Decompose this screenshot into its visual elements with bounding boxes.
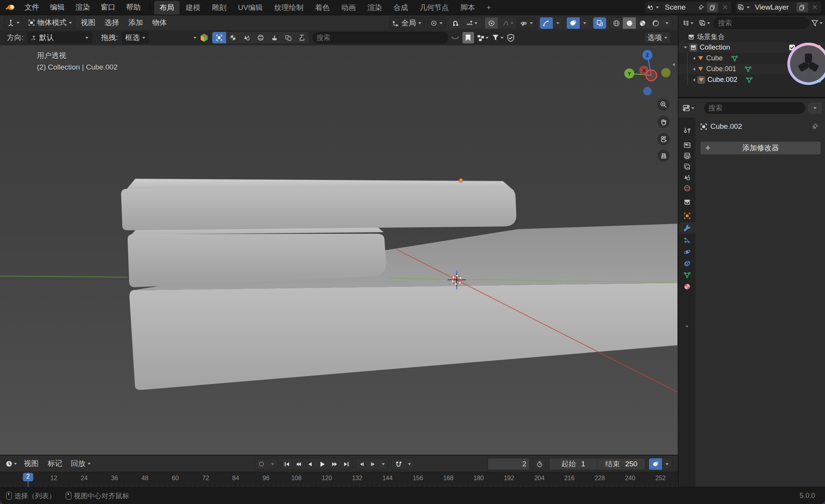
timeline-menu-playback[interactable]: 回放 [68, 458, 94, 469]
ortho-toggle-button[interactable] [657, 150, 670, 162]
filter-material-toggle[interactable] [226, 32, 240, 43]
outliner-search-input[interactable] [714, 17, 809, 29]
tabs-overflow-chevron[interactable] [679, 321, 695, 332]
properties-editor-type-button[interactable] [682, 102, 695, 114]
play-button[interactable] [316, 458, 329, 470]
add-modifier-button[interactable]: + 添加修改器 [700, 141, 821, 155]
filter-brush-toggle[interactable] [268, 32, 281, 43]
timeline-menu-marker[interactable]: 标记 [44, 459, 66, 469]
outliner-filter-dropdown[interactable] [811, 20, 823, 27]
filter-object-toggle[interactable] [212, 32, 226, 43]
snap-toggle[interactable] [449, 17, 462, 29]
viewlayer-delete-button[interactable]: ✕ [810, 3, 819, 12]
workspace-tab-rendering[interactable]: 渲染 [362, 1, 387, 15]
tab-render[interactable] [679, 139, 695, 151]
timeline-editor-type-button[interactable] [4, 458, 18, 469]
shelf-icon[interactable] [451, 33, 459, 42]
outliner-display-mode-button[interactable] [697, 17, 712, 29]
scene-collection-row[interactable]: 场景集合 [679, 32, 825, 42]
pan-view-button[interactable] [657, 116, 670, 128]
shading-material-button[interactable] [636, 17, 649, 29]
workspace-tab-animation[interactable]: 动画 [336, 1, 361, 15]
scene-new-button[interactable] [707, 2, 718, 12]
viewport-canvas[interactable]: 用户透视 (2) Collection | Cube.002 [0, 45, 678, 455]
timeline-menu-view[interactable]: 视图 [20, 459, 42, 469]
sidebar-expand-handle[interactable] [670, 58, 678, 71]
autokey-dropdown[interactable] [268, 458, 277, 470]
workspace-tab-layout[interactable]: 布局 [154, 1, 180, 15]
menu-file[interactable]: 文件 [19, 2, 45, 12]
axis-gizmo[interactable]: X Z Y [611, 45, 678, 99]
expand-chevron-icon[interactable] [693, 68, 695, 71]
overlays-dropdown[interactable] [580, 17, 590, 29]
play-reverse-button[interactable] [304, 458, 316, 470]
filter-dropdown[interactable] [492, 34, 504, 42]
tab-particles[interactable] [679, 235, 695, 246]
drag-mode-dropdown[interactable]: 框选 [122, 32, 149, 44]
gizmos-dropdown[interactable] [553, 17, 563, 29]
workspace-add-button[interactable]: + [481, 2, 496, 14]
expand-chevron-icon[interactable] [693, 78, 695, 82]
tab-material[interactable] [679, 281, 695, 292]
step-back-button[interactable] [356, 458, 367, 470]
zoom-view-button[interactable] [657, 98, 670, 111]
shield-check-icon[interactable] [507, 34, 515, 42]
shading-rendered-button[interactable] [649, 17, 662, 29]
menu-object[interactable]: 物体 [148, 18, 171, 28]
object-visibility-dropdown[interactable] [517, 17, 536, 29]
outliner-editor-type-button[interactable] [681, 17, 695, 29]
workspace-tab-shading[interactable]: 着色 [309, 1, 335, 15]
blender-logo-icon[interactable] [5, 3, 16, 12]
proportional-falloff-dropdown[interactable] [498, 17, 518, 29]
transform-orientation-dropdown[interactable]: 全局 [389, 17, 425, 29]
chevron-down-icon[interactable] [656, 7, 659, 8]
current-frame-field[interactable]: 2 [487, 458, 530, 470]
shading-solid-button[interactable] [623, 17, 636, 29]
pin-icon[interactable] [812, 123, 818, 130]
tab-object-data[interactable] [679, 269, 695, 281]
menu-window[interactable]: 窗口 [95, 2, 121, 12]
xray-toggle[interactable] [593, 17, 606, 29]
jump-to-start-button[interactable] [281, 458, 293, 470]
tab-scene[interactable] [679, 171, 695, 183]
filter-nodegroup-toggle[interactable] [281, 32, 295, 43]
tab-physics[interactable] [679, 246, 695, 258]
next-keyframe-button[interactable] [329, 458, 340, 470]
timeline-snap-toggle[interactable] [392, 458, 405, 470]
collapse-chevron-icon[interactable] [193, 37, 196, 39]
workspace-tab-uv[interactable]: UV编辑 [233, 1, 268, 15]
options-dropdown[interactable]: 选项 [644, 32, 671, 44]
workspace-tab-compositing[interactable]: 合成 [388, 1, 413, 15]
tab-modifiers[interactable] [679, 222, 695, 234]
timeline-overlays-toggle[interactable] [649, 458, 662, 470]
tab-output[interactable] [679, 150, 695, 161]
step-dropdown[interactable] [379, 458, 388, 470]
menu-select[interactable]: 选择 [101, 18, 123, 28]
bookmark-button[interactable] [462, 32, 474, 43]
tab-tool[interactable] [679, 125, 695, 136]
menu-edit[interactable]: 编辑 [45, 2, 70, 12]
properties-search-input[interactable] [704, 102, 805, 114]
menu-help[interactable]: 帮助 [121, 2, 146, 12]
shading-wireframe-button[interactable] [610, 17, 623, 29]
menu-view[interactable]: 视图 [77, 18, 99, 28]
scene-delete-button[interactable]: ✕ [720, 3, 729, 12]
editor-type-button[interactable] [4, 17, 23, 29]
timeline-overlays-dropdown[interactable] [662, 458, 672, 470]
viewlayer-name[interactable]: ViewLayer [752, 3, 794, 12]
mode-dropdown[interactable]: 物体模式 [25, 17, 75, 29]
step-forward-button[interactable] [367, 458, 379, 470]
jump-to-end-button[interactable] [340, 458, 352, 470]
viewlayer-icon[interactable] [737, 4, 744, 11]
menu-render[interactable]: 渲染 [70, 2, 95, 12]
menu-add[interactable]: 添加 [125, 18, 147, 28]
tool-search-input[interactable] [313, 32, 448, 43]
properties-options-dropdown[interactable] [808, 102, 822, 114]
workspace-tab-modeling[interactable]: 建模 [180, 1, 206, 15]
display-mode-dropdown[interactable] [477, 34, 489, 42]
start-frame-field[interactable]: 起始 1 [549, 458, 597, 470]
tool-orientation-dropdown[interactable]: 默认 [27, 32, 92, 44]
viewlayer-new-button[interactable] [797, 2, 808, 12]
asset-catalog-icon[interactable] [200, 33, 209, 42]
use-preview-range-toggle[interactable] [533, 458, 546, 470]
